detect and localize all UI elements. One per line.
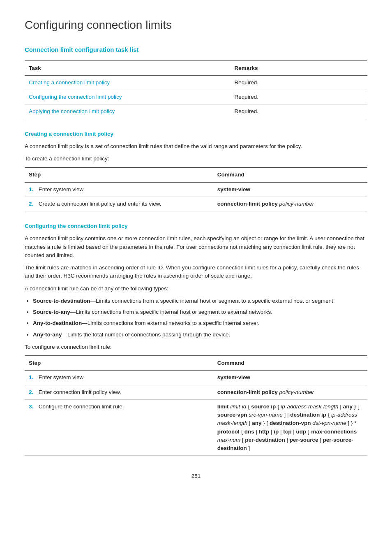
task-remarks: Required. [230,75,367,90]
cmd-cell: limit limit-id { source ip { ip-address … [213,399,367,456]
bullet-text: —Limits connections from a specific inte… [70,309,272,315]
bullet-text: —Limits connections from external networ… [82,320,259,326]
configuring-policy-para3: A connection limit rule can be of any of… [25,285,367,293]
cmd-text: system-view [217,374,250,380]
task-list-section: Connection limit configuration task list… [25,45,367,119]
page-title: Configuring connection limits [25,16,367,34]
table-row: 1. Enter system view. system-view [25,371,367,385]
step-cell: 1. Enter system view. [25,182,213,197]
page-number: 251 [25,472,367,480]
step-number: 1. [29,185,37,194]
bullet-text: —Limits the total number of connections … [62,331,231,338]
cmd-cell: connection-limit policy policy-number [213,197,367,211]
configuring-policy-section: Configuring the connection limit policy … [25,222,367,456]
cmd-cell: system-view [213,182,367,197]
step-desc: Enter connection limit policy view. [39,389,121,395]
cmd-cell: system-view [213,371,367,385]
creating-policy-section: Creating a connection limit policy A con… [25,130,367,212]
step-cell: 2. Enter connection limit policy view. [25,385,213,399]
bullet-label: Source-to-destination [33,298,90,304]
step-desc: Enter system view. [39,374,85,380]
creating-policy-para1: A connection limit policy is a set of co… [25,142,367,151]
step-col-header: Step [25,167,213,182]
cmd-cell: connection-limit policy policy-number [213,385,367,399]
bullet-text: —Limits connections from a specific inte… [90,298,335,304]
step-cell: 3. Configure the connection limit rule. [25,399,213,456]
task-list-table: Task Remarks Creating a connection limit… [25,60,367,119]
step-number: 3. [29,403,37,411]
step-number: 2. [29,200,37,208]
list-item: Source-to-destination—Limits connections… [33,297,367,305]
configuring-policy-para2: The limit rules are matched in ascending… [25,264,367,280]
task-remarks: Required. [230,90,367,104]
bullet-label: Any-to-any [33,331,62,338]
list-item: Any-to-destination—Limits connections fr… [33,319,367,327]
task-link[interactable]: Applying the connection limit policy [25,104,230,119]
bullet-list: Source-to-destination—Limits connections… [33,297,367,339]
step-cell: 2. Create a connection limit policy and … [25,197,213,211]
table-row: 1. Enter system view. system-view [25,182,367,197]
step-number: 2. [29,388,37,396]
cmd-col-header: Command [213,167,367,182]
step-col-header2: Step [25,356,213,371]
remarks-col-header: Remarks [230,61,367,76]
cmd-italic-part: policy-number [279,389,314,395]
task-list-heading: Connection limit configuration task list [25,45,367,55]
table-row: 2. Create a connection limit policy and … [25,197,367,211]
table-row: Configuring the connection limit policy … [25,90,367,104]
step-cell: 1. Enter system view. [25,371,213,385]
task-link[interactable]: Creating a connection limit policy [25,75,230,90]
task-link[interactable]: Configuring the connection limit policy [25,90,230,104]
configuring-policy-para4: To configure a connection limit rule: [25,343,367,351]
list-item: Source-to-any—Limits connections from a … [33,308,367,316]
cmd-complex: limit limit-id { source ip { ip-address … [217,403,359,451]
step-desc: Create a connection limit policy and ent… [39,201,161,207]
step-desc: Configure the connection limit rule. [39,403,124,410]
table-row: 3. Configure the connection limit rule. … [25,399,367,456]
creating-policy-heading: Creating a connection limit policy [25,130,367,138]
cmd-bold-part: connection-limit policy [217,389,278,395]
task-remarks: Required. [230,104,367,119]
table-row: 2. Enter connection limit policy view. c… [25,385,367,399]
bullet-label: Any-to-destination [33,320,82,326]
configuring-policy-table: Step Command 1. Enter system view. syste… [25,355,367,456]
cmd-text: system-view [217,186,250,192]
creating-policy-para2: To create a connection limit policy: [25,155,367,163]
cmd-bold-part: connection-limit policy [217,201,278,207]
configuring-policy-heading: Configuring the connection limit policy [25,222,367,230]
cmd-col-header2: Command [213,356,367,371]
bullet-label: Source-to-any [33,309,70,315]
task-col-header: Task [25,61,230,76]
list-item: Any-to-any—Limits the total number of co… [33,331,367,339]
table-row: Applying the connection limit policy Req… [25,104,367,119]
step-number: 1. [29,373,37,382]
configuring-policy-para1: A connection limit policy contains one o… [25,234,367,260]
cmd-italic-part: policy-number [279,201,314,207]
creating-policy-table: Step Command 1. Enter system view. syste… [25,167,367,211]
step-desc: Enter system view. [39,186,85,192]
table-row: Creating a connection limit policy Requi… [25,75,367,90]
